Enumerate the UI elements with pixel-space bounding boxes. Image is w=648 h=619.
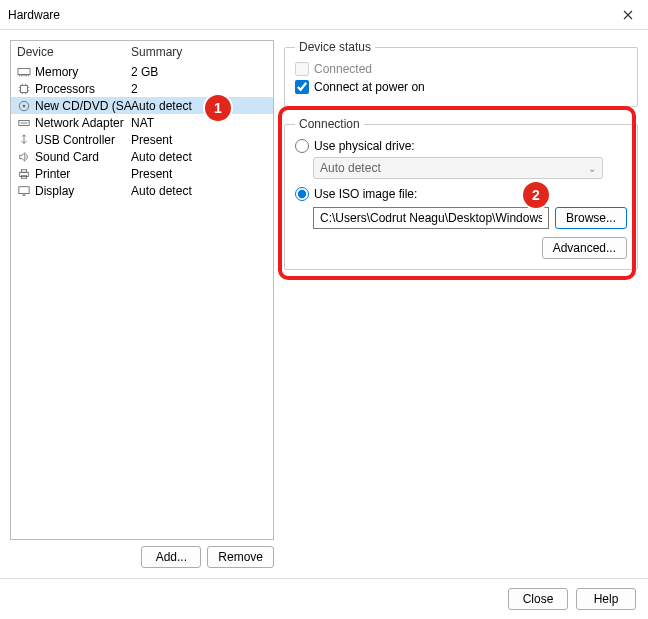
device-summary: Present xyxy=(131,133,267,147)
device-row[interactable]: USB Controller Present xyxy=(11,131,273,148)
device-summary: Present xyxy=(131,167,267,181)
physical-drive-select: Auto detect ⌄ xyxy=(313,157,603,179)
chevron-down-icon: ⌄ xyxy=(588,163,596,174)
advanced-row: Advanced... xyxy=(295,237,627,259)
svg-rect-0 xyxy=(18,68,30,74)
help-button[interactable]: Help xyxy=(576,588,636,610)
use-physical-radio[interactable] xyxy=(295,139,309,153)
svg-point-3 xyxy=(23,104,26,107)
device-name: Sound Card xyxy=(35,150,99,164)
device-status-group: Device status Connected Connect at power… xyxy=(284,40,638,107)
connected-label: Connected xyxy=(314,62,372,76)
use-iso-label: Use ISO image file: xyxy=(314,187,417,201)
connect-poweron-checkbox[interactable] xyxy=(295,80,309,94)
device-name: Printer xyxy=(35,167,70,181)
hardware-list-panel: Device Summary Memory 2 GB Processors 2 … xyxy=(10,40,274,568)
browse-button[interactable]: Browse... xyxy=(555,207,627,229)
content-area: Device Summary Memory 2 GB Processors 2 … xyxy=(0,30,648,578)
device-row[interactable]: New CD/DVD (SATA) Auto detect xyxy=(11,97,273,114)
window-title: Hardware xyxy=(8,8,60,22)
device-name: USB Controller xyxy=(35,133,115,147)
close-icon[interactable] xyxy=(616,3,640,27)
device-summary: Auto detect xyxy=(131,150,267,164)
physical-drive-value: Auto detect xyxy=(320,161,381,175)
device-name: Memory xyxy=(35,65,78,79)
device-summary: 2 xyxy=(131,82,267,96)
device-name: Network Adapter xyxy=(35,116,124,130)
device-row[interactable]: Processors 2 xyxy=(11,80,273,97)
svg-rect-1 xyxy=(21,85,28,92)
header-summary: Summary xyxy=(131,45,267,59)
network-icon xyxy=(17,117,31,129)
header-device: Device xyxy=(17,45,131,59)
sound-icon xyxy=(17,151,31,163)
list-buttons: Add... Remove xyxy=(10,546,274,568)
device-name: New CD/DVD (SATA) xyxy=(35,99,131,113)
usb-icon xyxy=(17,134,31,146)
iso-path-input[interactable] xyxy=(313,207,549,229)
settings-panel: Device status Connected Connect at power… xyxy=(284,40,638,568)
use-physical-row: Use physical drive: xyxy=(295,137,627,155)
device-list[interactable]: Device Summary Memory 2 GB Processors 2 … xyxy=(10,40,274,540)
memory-icon xyxy=(17,66,31,78)
connection-group: Connection Use physical drive: Auto dete… xyxy=(284,117,638,270)
device-summary: Auto detect xyxy=(131,99,267,113)
device-row[interactable]: Sound Card Auto detect xyxy=(11,148,273,165)
connected-checkbox xyxy=(295,62,309,76)
connect-poweron-row: Connect at power on xyxy=(295,78,627,96)
display-icon xyxy=(17,185,31,197)
add-button[interactable]: Add... xyxy=(141,546,201,568)
device-row[interactable]: Printer Present xyxy=(11,165,273,182)
device-summary: NAT xyxy=(131,116,267,130)
list-header: Device Summary xyxy=(11,41,273,63)
dialog-footer: Close Help xyxy=(0,578,648,618)
connect-poweron-label: Connect at power on xyxy=(314,80,425,94)
advanced-button[interactable]: Advanced... xyxy=(542,237,627,259)
device-name: Display xyxy=(35,184,74,198)
connected-row: Connected xyxy=(295,60,627,78)
titlebar: Hardware xyxy=(0,0,648,30)
device-name: Processors xyxy=(35,82,95,96)
device-status-legend: Device status xyxy=(295,40,375,54)
device-row[interactable]: Memory 2 GB xyxy=(11,63,273,80)
svg-rect-8 xyxy=(19,186,29,193)
use-physical-label: Use physical drive: xyxy=(314,139,415,153)
cd-icon xyxy=(17,100,31,112)
device-row[interactable]: Display Auto detect xyxy=(11,182,273,199)
connection-legend: Connection xyxy=(295,117,364,131)
device-row[interactable]: Network Adapter NAT xyxy=(11,114,273,131)
svg-rect-6 xyxy=(21,169,26,172)
iso-path-row: Browse... xyxy=(313,207,627,229)
device-summary: 2 GB xyxy=(131,65,267,79)
remove-button[interactable]: Remove xyxy=(207,546,274,568)
use-iso-radio[interactable] xyxy=(295,187,309,201)
close-button[interactable]: Close xyxy=(508,588,568,610)
cpu-icon xyxy=(17,83,31,95)
device-summary: Auto detect xyxy=(131,184,267,198)
printer-icon xyxy=(17,168,31,180)
use-iso-row: Use ISO image file: xyxy=(295,185,627,203)
